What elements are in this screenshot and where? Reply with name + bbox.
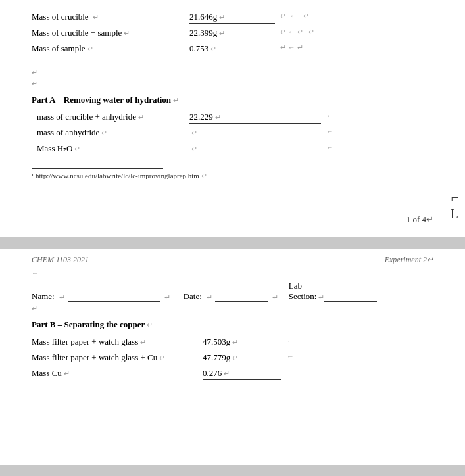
footnote-pilcrow: ↵ <box>201 172 207 179</box>
mass-h2o-value: ↵ <box>189 143 321 155</box>
date-pilcrow2: ↵ <box>272 293 278 302</box>
right-bracket-bottom: L <box>451 207 458 220</box>
mass-filter-paper-value: 47.503g↵ <box>203 337 281 348</box>
fp-v-pilcrow1: ↵ <box>232 338 238 346</box>
mass-cu-label: Mass Cu↵ <box>32 368 203 379</box>
lab-section-pilcrow: ↵ <box>318 293 324 302</box>
pilcrow-title: ↵ <box>173 96 179 104</box>
pilcrow-av2: ↵ <box>191 129 197 137</box>
arrow-a2: ← <box>326 128 333 135</box>
pilcrow-a1: ↵ <box>138 113 144 121</box>
name-pilcrow: ↵ <box>59 293 65 302</box>
page2-header: CHEM 1103 2021 Experiment 2↵ <box>32 255 433 265</box>
mass-anhydride-value: ↵ <box>189 128 321 139</box>
arrow-a1: ← <box>326 112 333 120</box>
name-date-row: Name: ↵ ↵ Date: ↵ ↵ Lab Section: ↵ <box>32 281 433 302</box>
mass-filter-paper-cu-label: Mass filter paper + watch glass + Cu↵ <box>32 352 203 363</box>
arrow-extra-2: ↵ <box>308 28 314 36</box>
date-label: Date: <box>184 291 202 302</box>
fp-v-pilcrow2: ↵ <box>232 354 238 362</box>
fp-arrow2: ← <box>287 352 294 360</box>
pilcrow-v2: ↵ <box>219 29 225 37</box>
header-left: CHEM 1103 2021 <box>32 255 89 265</box>
page-1: Mass of crucible ↵ 21.646g↵ ↵ ← ↵ Mass o… <box>0 0 465 237</box>
mass-crucible-value: 21.646g↵ <box>189 12 275 24</box>
date-input[interactable] <box>215 291 268 302</box>
name-input[interactable] <box>68 291 160 302</box>
arrows-2: ↵ ← ↵ <box>280 28 303 36</box>
pilcrow-v3: ↵ <box>210 45 216 53</box>
mass-crucible-label: Mass of crucible ↵ <box>32 12 189 22</box>
bottom-pilcrow: ↵ <box>32 304 433 313</box>
right-bracket-top: ⌐ <box>451 191 458 204</box>
mass-h2o-row: Mass H₂O↵ ↵ ← <box>32 143 433 155</box>
arrows-1: ↵ ← ↵ <box>280 12 309 20</box>
mass-crucible-anhydride-label: mass of crucible + anhydride↵ <box>32 112 189 122</box>
mass-filter-paper-row: Mass filter paper + watch glass↵ 47.503g… <box>32 337 433 348</box>
mass-cu-row: Mass Cu↵ 0.276↵ <box>32 368 433 380</box>
footnote: ¹ http://www.ncsu.edu/labwrite/lc/lc-imp… <box>32 172 433 180</box>
page-divider <box>0 237 433 249</box>
pilcrow-a2: ↵ <box>101 129 107 137</box>
arrow-a3: ← <box>326 143 333 151</box>
pilcrow-3: ↵ <box>87 45 93 53</box>
part-a-title: Part A – Removing water of hydration↵ <box>32 95 433 105</box>
pilcrow-2: ↵ <box>124 29 130 37</box>
blank-pilcrow-1: ↵ <box>32 68 433 77</box>
mass-filter-paper-cu-value: 47.779g↵ <box>203 352 281 364</box>
pilcrow-v1: ↵ <box>219 13 225 21</box>
mass-anhydride-row: mass of anhydride↵ ↵ ← <box>32 128 433 139</box>
page-number: 1 of 4↵ <box>406 214 433 225</box>
blank-1 <box>32 59 433 68</box>
page-2: CHEM 1103 2021 Experiment 2↵ ⌐ L ← Name:… <box>0 249 465 465</box>
date-pilcrow1: ↵ <box>207 293 212 302</box>
pilcrow-1: ↵ <box>93 13 99 21</box>
header-right: Experiment 2↵ <box>385 255 433 265</box>
part-b-pilcrow: ↵ <box>147 321 153 329</box>
mass-sample-row: Mass of sample↵ 0.753↵ ↵ ← ↵ <box>32 43 433 55</box>
blank-pilcrow-2: ↵ <box>32 80 433 88</box>
mass-filter-paper-cu-row: Mass filter paper + watch glass + Cu↵ 47… <box>32 352 433 364</box>
pilcrow-a3: ↵ <box>74 145 80 153</box>
mass-crucible-sample-value: 22.399g↵ <box>189 28 275 39</box>
pilcrow-av1: ↵ <box>215 113 221 121</box>
mass-crucible-sample-row: Mass of crucible + sample↵ 22.399g↵ ↵ ← … <box>32 28 433 39</box>
mass-crucible-sample-label: Mass of crucible + sample↵ <box>32 28 189 38</box>
fp-pilcrow1: ↵ <box>140 338 146 346</box>
part-b-title: Part B – Separating the copper↵ <box>32 320 433 330</box>
top-pilcrow: ← <box>32 269 433 277</box>
mass-crucible-anhydride-value: 22.229↵ <box>189 112 321 124</box>
mass-sample-label: Mass of sample↵ <box>32 43 189 54</box>
arrows-3: ↵ ← ↵ <box>280 43 303 52</box>
mass-h2o-label: Mass H₂O↵ <box>32 143 189 154</box>
name-pilcrow2: ↵ <box>164 293 170 302</box>
mass-anhydride-label: mass of anhydride↵ <box>32 128 189 138</box>
lab-section-label: Lab Section: <box>289 281 317 302</box>
name-label: Name: <box>32 291 55 302</box>
lab-section-input[interactable] <box>324 291 377 302</box>
mass-sample-value: 0.753↵ <box>189 43 275 55</box>
cu-v-pilcrow: ↵ <box>224 369 230 377</box>
mass-cu-value: 0.276↵ <box>203 368 281 380</box>
name-field: Name: ↵ ↵ <box>32 291 170 302</box>
date-field-group: Date: ↵ ↵ <box>184 291 278 302</box>
mass-crucible-anhydride-row: mass of crucible + anhydride↵ 22.229↵ ← <box>32 112 433 124</box>
cu-pilcrow: ↵ <box>64 369 70 377</box>
mass-filter-paper-label: Mass filter paper + watch glass↵ <box>32 337 203 347</box>
lab-section-group: Lab Section: <box>289 281 317 302</box>
fp-arrow1: ← <box>287 337 294 345</box>
pilcrow-av3: ↵ <box>191 145 197 153</box>
mass-crucible-row: Mass of crucible ↵ 21.646g↵ ↵ ← ↵ <box>32 12 433 24</box>
fp-pilcrow2: ↵ <box>159 354 165 362</box>
footer-divider <box>32 168 163 169</box>
